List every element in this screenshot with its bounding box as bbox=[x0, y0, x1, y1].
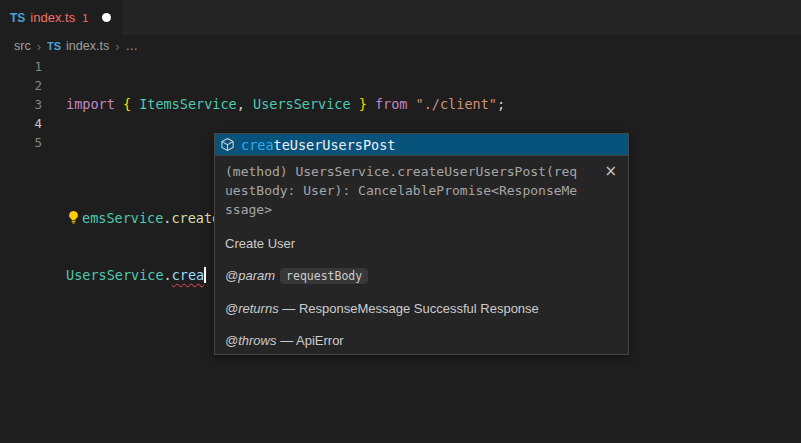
tab-error-count-badge: 1 bbox=[82, 12, 88, 24]
chevron-right-icon: › bbox=[115, 39, 119, 54]
code-line-1[interactable]: import { ItemsService, UsersService } fr… bbox=[66, 95, 562, 114]
line-number: 3 bbox=[0, 95, 42, 114]
throws-text: — ApiError bbox=[280, 333, 344, 348]
close-icon[interactable]: × bbox=[604, 165, 617, 178]
tab-bar: TS index.ts 1 bbox=[0, 0, 801, 35]
typescript-file-icon: TS bbox=[10, 11, 25, 25]
line-number: 1 bbox=[0, 57, 42, 76]
breadcrumb-folder[interactable]: src bbox=[14, 39, 31, 53]
tab-file-name: index.ts bbox=[30, 10, 75, 25]
suggestion-item-selected[interactable]: createUserUsersPost bbox=[215, 134, 628, 155]
line-number-active: 4 bbox=[0, 114, 42, 133]
editor-gutter: 1 2 3 4 5 bbox=[0, 57, 42, 152]
tab-modified-dot-icon[interactable] bbox=[102, 13, 111, 22]
docs-param-line: @paramrequestBody bbox=[225, 268, 618, 284]
breadcrumb-file[interactable]: index.ts bbox=[66, 39, 109, 53]
docs-throws-line: @throws — ApiError bbox=[225, 333, 618, 348]
suggestion-docs-panel: × (method) UsersService.createUserUsersP… bbox=[215, 155, 628, 354]
suggest-widget: createUserUsersPost × (method) UsersServ… bbox=[214, 133, 629, 355]
suggestion-label: createUserUsersPost bbox=[241, 137, 395, 153]
jsdoc-throws-tag: @throws bbox=[225, 333, 277, 348]
jsdoc-param-tag: @param bbox=[225, 268, 275, 283]
tab-index-ts[interactable]: TS index.ts 1 bbox=[0, 0, 122, 35]
docs-summary: Create User bbox=[225, 236, 618, 251]
param-name-chip: requestBody bbox=[280, 268, 368, 284]
suggestion-match-text: crea bbox=[241, 137, 274, 153]
jsdoc-returns-tag: @returns bbox=[225, 301, 279, 316]
breadcrumb-symbol-ellipsis[interactable]: … bbox=[126, 39, 139, 53]
text-cursor bbox=[204, 267, 206, 283]
symbol-method-cube-icon bbox=[220, 137, 235, 152]
line-number: 5 bbox=[0, 133, 42, 152]
method-signature: (method) UsersService.createUserUsersPos… bbox=[225, 162, 583, 219]
breadcrumb: src › TS index.ts › … bbox=[0, 35, 801, 57]
line-number: 2 bbox=[0, 76, 42, 95]
suggestion-rest-text: teUserUsersPost bbox=[274, 137, 396, 153]
chevron-right-icon: › bbox=[37, 39, 41, 54]
docs-returns-line: @returns — ResponseMessage Successful Re… bbox=[225, 301, 618, 316]
returns-text: — ResponseMessage Successful Response bbox=[282, 301, 539, 316]
typescript-file-icon: TS bbox=[47, 40, 61, 52]
lightbulb-icon[interactable] bbox=[66, 210, 81, 225]
